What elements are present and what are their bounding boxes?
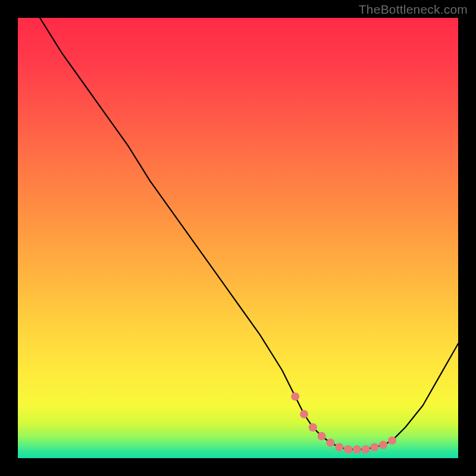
optimal-zone-markers xyxy=(291,392,396,453)
optimal-zone-marker-dot xyxy=(362,445,370,453)
optimal-zone-marker-dot xyxy=(370,443,378,452)
bottleneck-curve-path xyxy=(40,18,458,449)
optimal-zone-marker-dot xyxy=(300,410,308,418)
chart-frame: TheBottleneck.com xyxy=(0,0,476,476)
optimal-zone-marker-dot xyxy=(379,441,387,449)
curve-layer xyxy=(18,18,458,458)
optimal-zone-marker-dot xyxy=(309,423,317,431)
optimal-zone-marker-dot xyxy=(353,445,361,453)
optimal-zone-marker-dot xyxy=(291,392,299,400)
watermark-text: TheBottleneck.com xyxy=(359,2,468,17)
optimal-zone-marker-dot xyxy=(344,445,352,453)
plot-area xyxy=(18,18,458,458)
optimal-zone-marker-dot xyxy=(326,439,334,447)
optimal-zone-marker-dot xyxy=(335,443,343,452)
optimal-zone-marker-dot xyxy=(318,432,326,440)
optimal-zone-marker-dot xyxy=(388,436,396,444)
